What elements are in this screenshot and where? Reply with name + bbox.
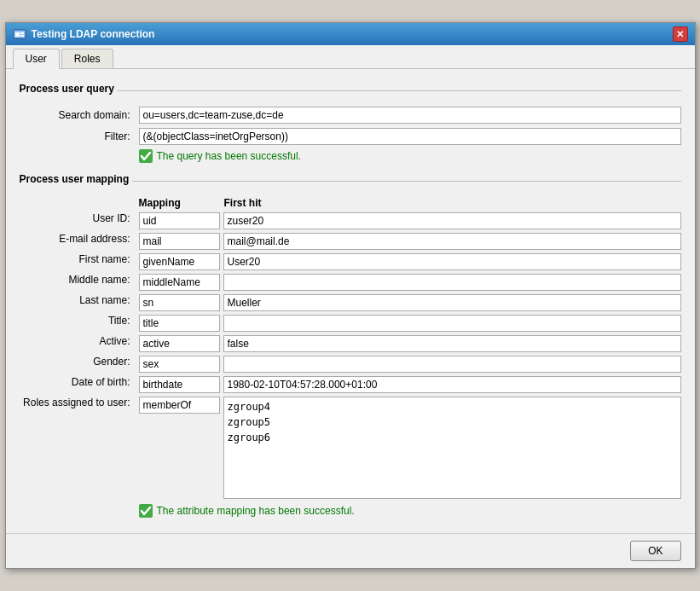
query-success-icon xyxy=(139,149,153,163)
section-title-query: Process user query xyxy=(20,83,114,95)
email-label: E-mail address: xyxy=(20,233,139,245)
tab-content: Process user query Search domain: Filter… xyxy=(6,69,695,533)
search-domain-input[interactable] xyxy=(139,107,681,124)
mapping-row-middlename: Middle name: xyxy=(20,274,681,291)
firstname-label: First name: xyxy=(20,253,139,265)
mapping-success-row: The attribute mapping has been successfu… xyxy=(20,504,681,518)
col-first-hit-header: First hit xyxy=(224,197,395,209)
filter-input[interactable] xyxy=(139,128,681,145)
title-bar-left: Testing LDAP connection xyxy=(13,27,155,41)
lastname-mapping[interactable] xyxy=(139,294,220,311)
roles-label: Roles assigned to user: xyxy=(20,397,139,408)
main-window: Testing LDAP connection ✕ User Roles Pro… xyxy=(5,22,696,569)
tabs-bar: User Roles xyxy=(6,45,695,69)
email-mapping[interactable] xyxy=(139,233,220,250)
active-mapping[interactable] xyxy=(139,335,220,352)
svg-rect-1 xyxy=(15,32,20,37)
tab-user[interactable]: User xyxy=(13,49,60,69)
firstname-mapping[interactable] xyxy=(139,253,220,270)
mapping-success-icon xyxy=(139,504,153,518)
search-domain-label: Search domain: xyxy=(20,109,139,121)
query-success-row: The query has been successful. xyxy=(20,149,681,163)
gender-mapping[interactable] xyxy=(139,356,220,373)
mapping-row-email: E-mail address: xyxy=(20,233,681,250)
search-domain-row: Search domain: xyxy=(20,107,681,124)
title-value[interactable] xyxy=(223,315,681,332)
userid-label: User ID: xyxy=(20,212,139,224)
query-success-text: The query has been successful. xyxy=(157,150,301,162)
mapping-row-gender: Gender: xyxy=(20,356,681,373)
mapping-table-header: Mapping First hit xyxy=(20,197,681,209)
dob-mapping[interactable] xyxy=(139,376,220,393)
userid-mapping[interactable] xyxy=(139,212,220,229)
filter-row: Filter: xyxy=(20,128,681,145)
roles-values-textarea[interactable] xyxy=(223,397,681,499)
close-button[interactable]: ✕ xyxy=(673,26,688,42)
filter-label: Filter: xyxy=(20,130,139,142)
mapping-row-active: Active: xyxy=(20,335,681,352)
mapping-row-dob: Date of birth: xyxy=(20,376,681,393)
svg-rect-2 xyxy=(20,32,24,34)
mapping-row-roles: Roles assigned to user: xyxy=(20,397,681,499)
gender-label: Gender: xyxy=(20,356,139,368)
dob-label: Date of birth: xyxy=(20,376,139,388)
section-header-query: Process user query xyxy=(20,79,681,101)
active-label: Active: xyxy=(20,335,139,347)
firstname-value[interactable] xyxy=(223,253,681,270)
ok-button[interactable]: OK xyxy=(630,541,680,561)
lastname-value[interactable] xyxy=(223,294,681,311)
dob-value[interactable] xyxy=(223,376,681,393)
footer: OK xyxy=(6,533,695,568)
mapping-row-title: Title: xyxy=(20,315,681,332)
tab-roles[interactable]: Roles xyxy=(61,49,113,68)
middlename-mapping[interactable] xyxy=(139,274,220,291)
title-label: Title: xyxy=(20,315,139,327)
col-mapping-header: Mapping xyxy=(139,197,224,209)
mapping-row-userid: User ID: xyxy=(20,212,681,229)
active-value[interactable] xyxy=(223,335,681,352)
mapping-success-text: The attribute mapping has been successfu… xyxy=(157,505,355,517)
title-mapping[interactable] xyxy=(139,315,220,332)
mapping-row-firstname: First name: xyxy=(20,253,681,270)
middlename-value[interactable] xyxy=(223,274,681,291)
section-header-mapping: Process user mapping xyxy=(20,170,681,192)
lastname-label: Last name: xyxy=(20,294,139,306)
process-user-mapping-section: Process user mapping Mapping First hit U… xyxy=(20,170,681,518)
section-title-mapping: Process user mapping xyxy=(20,173,130,185)
middlename-label: Middle name: xyxy=(20,274,139,286)
window-title: Testing LDAP connection xyxy=(32,28,155,40)
process-user-query-section: Process user query Search domain: Filter… xyxy=(20,79,681,163)
svg-rect-3 xyxy=(20,35,24,37)
roles-mapping[interactable] xyxy=(139,397,220,414)
gender-value[interactable] xyxy=(223,356,681,373)
userid-value[interactable] xyxy=(223,212,681,229)
window-icon xyxy=(13,27,26,41)
title-bar: Testing LDAP connection ✕ xyxy=(6,23,695,45)
mapping-row-lastname: Last name: xyxy=(20,294,681,311)
email-value[interactable] xyxy=(223,233,681,250)
